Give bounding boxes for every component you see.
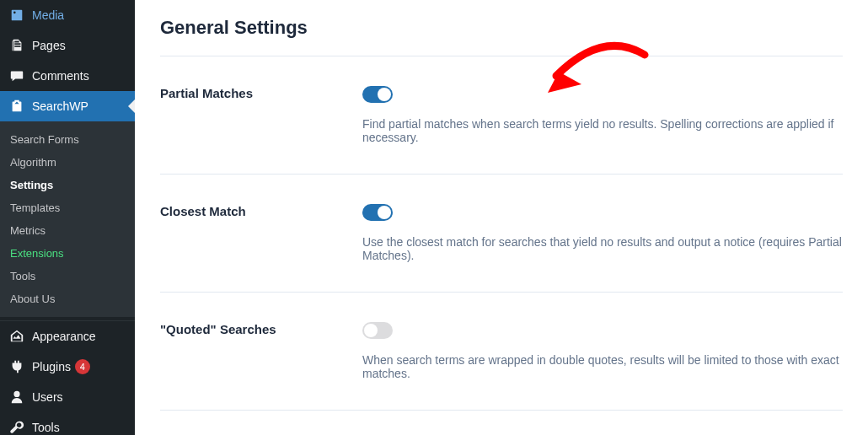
submenu-extensions[interactable]: Extensions — [0, 242, 135, 265]
menu-label: Comments — [32, 69, 89, 83]
sidebar-item-plugins[interactable]: Plugins 4 — [0, 352, 135, 382]
toggle-knob — [378, 88, 391, 101]
submenu-metrics[interactable]: Metrics — [0, 219, 135, 242]
setting-description: Find partial matches when search terms y… — [362, 117, 843, 144]
plugins-icon — [8, 358, 25, 375]
toggle-partial-matches[interactable] — [362, 86, 393, 103]
submenu-settings[interactable]: Settings — [0, 174, 135, 196]
content-area: General Settings Partial Matches Find pa… — [135, 0, 868, 435]
sidebar-item-comments[interactable]: Comments — [0, 61, 135, 91]
setting-quoted-searches: "Quoted" Searches When search terms are … — [160, 309, 843, 393]
divider — [160, 56, 843, 56]
comments-icon — [8, 67, 25, 84]
toggle-knob — [364, 324, 378, 337]
menu-label: Pages — [32, 39, 66, 52]
users-icon — [8, 389, 25, 405]
menu-label: Plugins — [32, 360, 71, 373]
submenu-templates[interactable]: Templates — [0, 196, 135, 219]
appearance-icon — [8, 328, 25, 345]
plugins-update-badge: 4 — [75, 359, 90, 374]
divider — [160, 410, 843, 411]
submenu-about-us[interactable]: About Us — [0, 287, 135, 310]
setting-label: "Quoted" Searches — [160, 322, 362, 380]
toggle-knob — [378, 206, 391, 219]
submenu-tools[interactable]: Tools — [0, 265, 135, 287]
setting-label: Closest Match — [160, 204, 362, 262]
searchwp-icon — [8, 98, 25, 115]
setting-closest-match: Closest Match Use the closest match for … — [160, 191, 843, 275]
menu-label: Tools — [32, 421, 60, 434]
page-title: General Settings — [160, 17, 843, 39]
menu-label: Users — [32, 390, 63, 404]
setting-highlight-terms: Highlight Terms Automatically highlight … — [160, 427, 843, 435]
sidebar-item-appearance[interactable]: Appearance — [0, 321, 135, 352]
sidebar-item-media[interactable]: Media — [0, 0, 135, 30]
sidebar-item-tools[interactable]: Tools — [0, 412, 135, 435]
menu-label: SearchWP — [32, 99, 88, 113]
setting-description: Use the closest match for searches that … — [362, 235, 843, 262]
setting-label: Partial Matches — [160, 86, 362, 144]
searchwp-submenu: Search Forms Algorithm Settings Template… — [0, 121, 135, 317]
submenu-search-forms[interactable]: Search Forms — [0, 128, 135, 151]
admin-sidebar: Media Pages Comments SearchWP Search For… — [0, 0, 135, 435]
toggle-closest-match[interactable] — [362, 204, 393, 221]
submenu-algorithm[interactable]: Algorithm — [0, 151, 135, 174]
divider — [160, 174, 843, 175]
menu-label: Media — [32, 8, 64, 22]
setting-description: When search terms are wrapped in double … — [362, 353, 843, 380]
sidebar-item-pages[interactable]: Pages — [0, 30, 135, 61]
media-icon — [8, 7, 25, 24]
pages-icon — [8, 37, 25, 54]
sidebar-item-users[interactable]: Users — [0, 382, 135, 412]
setting-partial-matches: Partial Matches Find partial matches whe… — [160, 73, 843, 157]
tools-icon — [8, 419, 25, 435]
toggle-quoted-searches[interactable] — [362, 322, 393, 339]
menu-label: Appearance — [32, 330, 96, 343]
sidebar-item-searchwp[interactable]: SearchWP — [0, 91, 135, 121]
divider — [160, 292, 843, 293]
